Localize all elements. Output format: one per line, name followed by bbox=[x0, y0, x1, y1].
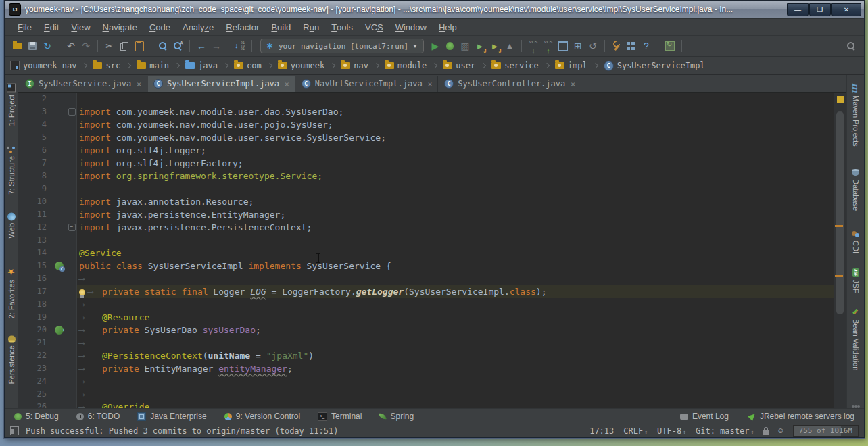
code-line[interactable]: 9 bbox=[18, 182, 834, 195]
toolwindow-java-enterprise[interactable]: Java Enterprise bbox=[137, 412, 206, 421]
breadcrumb-item-service[interactable]: service bbox=[491, 61, 539, 70]
line-number[interactable]: 7 bbox=[18, 157, 51, 170]
find-button[interactable] bbox=[155, 39, 170, 53]
code-text[interactable]: import org.slf4j.Logger; bbox=[77, 144, 834, 157]
code-line[interactable]: 19⟶@Resource bbox=[18, 311, 834, 324]
line-number[interactable]: 3 bbox=[18, 105, 51, 118]
toolwindow-cdi[interactable]: CDI bbox=[852, 227, 860, 253]
line-number[interactable]: 19 bbox=[18, 311, 51, 324]
code-text[interactable]: ⟶ bbox=[77, 272, 834, 285]
line-number[interactable]: 16 bbox=[18, 272, 51, 285]
fold-marker[interactable]: − bbox=[68, 108, 76, 116]
line-number[interactable]: 17 bbox=[18, 285, 51, 298]
line-number[interactable]: 24 bbox=[18, 375, 51, 388]
line-number[interactable]: 14 bbox=[18, 247, 51, 259]
scrollbar-thumb[interactable] bbox=[836, 112, 844, 314]
toolwindow-9-version-control[interactable]: 9: Version Control bbox=[224, 412, 300, 421]
toolwindow-jsf[interactable]: JSFJSF bbox=[852, 266, 860, 293]
close-button[interactable]: ✕ bbox=[831, 3, 861, 16]
back-button[interactable]: ← bbox=[194, 39, 209, 53]
line-number[interactable]: 23 bbox=[18, 362, 51, 375]
toolwindow-2-favorites[interactable]: 2: Favorites★ bbox=[7, 264, 16, 318]
line-number[interactable]: 18 bbox=[18, 298, 51, 311]
code-text[interactable]: import javax.persistence.EntityManager; bbox=[77, 208, 834, 221]
undo-button[interactable]: ↶ bbox=[64, 39, 78, 53]
breadcrumb-item-main[interactable]: main bbox=[137, 61, 169, 70]
toolwindow-persistence[interactable]: Persistence bbox=[7, 332, 16, 384]
breadcrumb-item-nav[interactable]: nav bbox=[341, 61, 368, 70]
toolwindow-database[interactable]: Database bbox=[852, 166, 860, 211]
toolwindow-jrebel-remote-servers-log[interactable]: JRebel remote servers log bbox=[749, 412, 854, 421]
spring-bean-icon[interactable] bbox=[55, 262, 64, 270]
code-text[interactable]: ⟶ bbox=[77, 375, 834, 388]
line-number[interactable]: 6 bbox=[18, 144, 51, 157]
menu-analyze[interactable]: Analyze bbox=[176, 19, 220, 35]
code-line[interactable]: 8import org.springframework.stereotype.S… bbox=[18, 170, 834, 182]
code-line[interactable]: 10import javax.annotation.Resource; bbox=[18, 195, 834, 208]
line-number[interactable]: 22 bbox=[18, 349, 51, 362]
save-all-button[interactable] bbox=[25, 39, 40, 53]
memory-indicator[interactable]: 755 of 1016M bbox=[793, 425, 859, 437]
code-text[interactable]: import com.youmeek.nav.module.user.dao.S… bbox=[77, 105, 834, 118]
tab-navurlserviceimpl[interactable]: CNavUrlServiceImpl.java✕ bbox=[296, 76, 439, 92]
tab-sysuserservice[interactable]: ISysUserService.java✕ bbox=[20, 76, 147, 92]
code-line[interactable]: 21⟶ bbox=[18, 337, 834, 349]
line-number[interactable]: 10 bbox=[18, 195, 51, 208]
intention-bulb-icon[interactable] bbox=[79, 289, 85, 295]
code-lines[interactable]: 23−import com.youmeek.nav.module.user.da… bbox=[18, 93, 834, 408]
line-separator-widget[interactable]: CRLF↕ bbox=[623, 426, 648, 436]
debug-jrebel-button[interactable] bbox=[487, 39, 502, 53]
warning-tick[interactable] bbox=[835, 275, 843, 277]
encoding-widget[interactable]: UTF-8↕ bbox=[657, 426, 686, 436]
code-text[interactable] bbox=[77, 234, 834, 247]
line-number[interactable]: 13 bbox=[18, 234, 51, 247]
toolwindow-event-log[interactable]: Event Log bbox=[680, 412, 729, 421]
code-line[interactable]: 22⟶@PersistenceContext(unitName = "jpaXm… bbox=[18, 349, 834, 362]
git-branch-widget[interactable]: Git: master↕ bbox=[696, 426, 754, 436]
close-tab-icon[interactable]: ✕ bbox=[285, 80, 289, 89]
search-everywhere-button[interactable] bbox=[844, 39, 859, 53]
toolwindow-bean-validation[interactable]: ✔Bean Validation bbox=[851, 305, 860, 370]
code-line[interactable]: 16⟶ bbox=[18, 272, 834, 285]
code-text[interactable] bbox=[77, 182, 834, 195]
redo-button[interactable]: ↷ bbox=[78, 39, 93, 53]
run-configuration-select[interactable]: ✱your-navigation [tomcat7:run]▼ bbox=[260, 39, 424, 53]
profile-button[interactable]: ▲ bbox=[502, 39, 517, 53]
close-tab-icon[interactable]: ✕ bbox=[137, 80, 141, 89]
breadcrumb-item-com[interactable]: com bbox=[234, 61, 262, 70]
menu-refactor[interactable]: Refactor bbox=[220, 19, 265, 35]
synchronize-button[interactable]: ↻ bbox=[40, 39, 55, 53]
close-tab-icon[interactable]: ✕ bbox=[428, 80, 433, 89]
run-button[interactable]: ▶ bbox=[428, 39, 443, 53]
toolwindow-5-debug[interactable]: 5: Debug bbox=[14, 412, 59, 421]
code-text[interactable]: ⟶@PersistenceContext(unitName = "jpaXml"… bbox=[77, 349, 834, 362]
line-number[interactable]: 11 bbox=[18, 208, 51, 221]
code-text[interactable]: ⟶@Resource bbox=[77, 311, 834, 324]
line-number[interactable]: 21 bbox=[18, 337, 51, 349]
code-text[interactable]: import javax.annotation.Resource; bbox=[77, 195, 834, 208]
line-number[interactable]: 20 bbox=[18, 324, 51, 337]
breadcrumb-item-src[interactable]: src bbox=[93, 61, 120, 70]
hector-inspection-icon[interactable]: ☺ bbox=[778, 427, 783, 435]
code-line[interactable]: 14@Service bbox=[18, 247, 834, 259]
menu-build[interactable]: Build bbox=[265, 19, 297, 35]
toolwindow-1-project[interactable]: 1: Project bbox=[7, 80, 16, 126]
paste-button[interactable] bbox=[132, 39, 147, 53]
code-line[interactable]: 13 bbox=[18, 234, 834, 247]
menu-window[interactable]: Window bbox=[389, 19, 433, 35]
breadcrumb-item-module[interactable]: module bbox=[385, 61, 427, 70]
code-text[interactable]: ⟶private static final Logger LOG = Logge… bbox=[77, 285, 834, 298]
code-text[interactable]: ⟶@Override bbox=[77, 401, 834, 408]
code-text[interactable]: ⟶ bbox=[77, 337, 834, 349]
replace-button[interactable]: A bbox=[170, 39, 185, 53]
menu-help[interactable]: Help bbox=[433, 19, 463, 35]
close-tab-icon[interactable]: ✕ bbox=[571, 80, 575, 89]
incoming-changes-button[interactable]: ⊞ bbox=[571, 39, 585, 53]
tab-sysusercontroller[interactable]: CSysUserController.java✕ bbox=[439, 76, 581, 92]
toolwindow-web[interactable]: Web bbox=[7, 209, 16, 238]
code-text[interactable]: public class SysUserServiceImpl implemen… bbox=[77, 259, 834, 272]
debug-button[interactable] bbox=[443, 39, 458, 53]
line-number[interactable]: 2 bbox=[18, 93, 51, 105]
code-line[interactable]: 7import org.slf4j.LoggerFactory; bbox=[18, 157, 834, 170]
menu-run[interactable]: Run bbox=[297, 19, 325, 35]
